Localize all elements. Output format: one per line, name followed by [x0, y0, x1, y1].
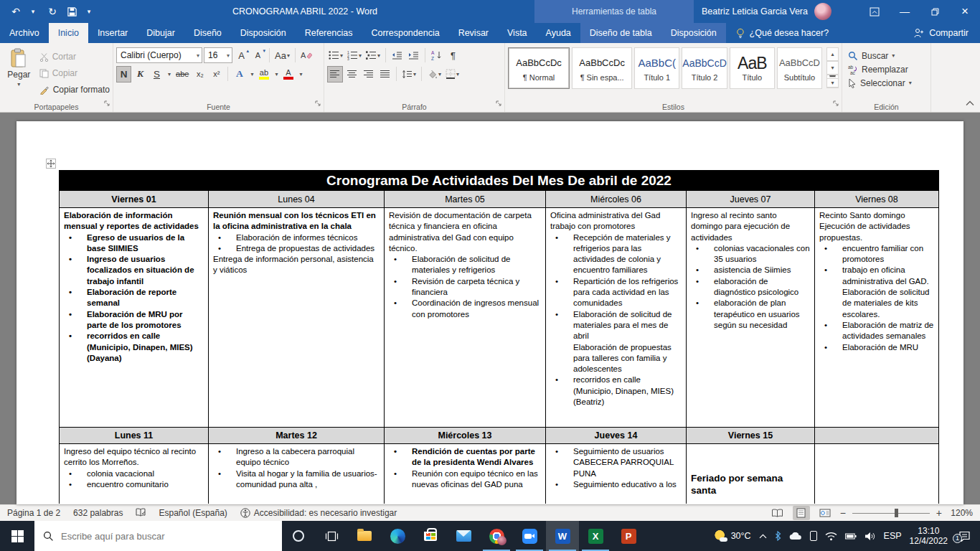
table-cell[interactable]: Ingreso al recinto santo domingo para ej…: [687, 208, 815, 428]
copy-button[interactable]: Copiar: [39, 67, 110, 80]
paragraph-dialog-launcher-icon[interactable]: [496, 97, 502, 110]
tab-disposicion-tabla[interactable]: Disposición: [661, 23, 726, 43]
font-color-dropdown-icon[interactable]: ▾: [297, 66, 303, 82]
search-input[interactable]: [61, 531, 248, 542]
styles-scroll-down-icon[interactable]: ▾: [826, 61, 839, 75]
style-titulo-1[interactable]: AaBbC( Título 1: [634, 47, 679, 89]
start-button[interactable]: [0, 521, 34, 551]
powerpoint-button[interactable]: P: [612, 521, 645, 551]
accessibility-status[interactable]: Accesibilidad: es necesario investigar: [240, 508, 397, 518]
underline-button[interactable]: S: [149, 66, 164, 83]
header-martes-05[interactable]: Martes 05: [385, 191, 546, 208]
tab-diseno[interactable]: Diseño: [184, 23, 231, 43]
undo-dropdown-icon[interactable]: ▾: [24, 2, 42, 21]
web-layout-button[interactable]: [816, 506, 834, 520]
shading-button[interactable]: ▾: [425, 66, 443, 82]
zoom-app-button[interactable]: [513, 521, 546, 551]
strikethrough-button[interactable]: abe: [174, 66, 191, 83]
underline-dropdown-icon[interactable]: ▾: [166, 66, 172, 82]
microsoft-store-button[interactable]: [414, 521, 447, 551]
tab-ayuda[interactable]: Ayuda: [537, 23, 580, 43]
tab-diseno-de-tabla[interactable]: Diseño de tabla: [580, 23, 661, 43]
font-name-combobox[interactable]: Calibri (Cuerpo) ▾: [116, 47, 202, 63]
paste-button[interactable]: Pegar ▾: [3, 46, 35, 100]
header-viernes-15[interactable]: Viernes 15: [687, 428, 815, 444]
header-viernes-08[interactable]: Viernes 08: [815, 191, 939, 208]
document-page[interactable]: Cronograma De Actividades Del Mes De abr…: [17, 121, 963, 504]
style-normal[interactable]: AaBbCcDc ¶ Normal: [508, 47, 570, 89]
header-lunes-11[interactable]: Lunes 11: [60, 428, 209, 444]
format-painter-button[interactable]: Copiar formato: [39, 83, 110, 96]
header-miercoles-06[interactable]: Miércoles 06: [546, 191, 687, 208]
excel-button[interactable]: X: [579, 521, 612, 551]
undo-icon[interactable]: ↶: [7, 2, 24, 21]
page-indicator[interactable]: Página 1 de 2: [7, 508, 60, 518]
customize-qat-icon[interactable]: ▾: [80, 2, 98, 21]
align-left-button[interactable]: [327, 66, 343, 83]
table-cell[interactable]: Oficina administrativa del Gad trabajo c…: [546, 208, 687, 428]
table-move-handle-icon[interactable]: [46, 159, 56, 171]
share-button[interactable]: Compartir: [914, 23, 980, 43]
bluetooth-button[interactable]: [775, 531, 781, 541]
ribbon-display-options-icon[interactable]: [859, 0, 890, 23]
tab-vista[interactable]: Vista: [498, 23, 537, 43]
table-cell[interactable]: Seguimiento de usuarios CABECERA PARROQU…: [546, 444, 687, 504]
zoom-in-button[interactable]: +: [936, 507, 942, 519]
style-titulo-2[interactable]: AaBbCcD Título 2: [682, 47, 727, 89]
change-case-button[interactable]: Aa▾: [273, 47, 291, 63]
avatar[interactable]: [814, 3, 831, 20]
decrease-indent-button[interactable]: [390, 47, 405, 63]
show-paragraph-marks-button[interactable]: ¶: [446, 47, 461, 63]
table-cell[interactable]: Feriado por semana santa: [687, 444, 815, 504]
keyboard-language[interactable]: ESP: [884, 531, 902, 541]
tab-correspondencia[interactable]: Correspondencia: [362, 23, 448, 43]
clear-formatting-button[interactable]: A: [299, 47, 314, 63]
subscript-button[interactable]: x₂: [192, 66, 207, 83]
read-mode-button[interactable]: [769, 506, 786, 520]
styles-more-icon[interactable]: ▾: [826, 75, 839, 88]
table-cell[interactable]: Elaboración de información mensual y rep…: [60, 208, 209, 428]
tab-dibujar[interactable]: Dibujar: [137, 23, 184, 43]
highlight-dropdown-icon[interactable]: ▾: [273, 66, 279, 82]
header-jueves-14[interactable]: Jueves 14: [546, 428, 687, 444]
clipboard-dialog-launcher-icon[interactable]: [104, 97, 110, 110]
table-cell[interactable]: Revisión de documentación de carpeta téc…: [385, 208, 546, 428]
header-viernes-01[interactable]: Viernes 01: [60, 191, 209, 208]
header-jueves-07[interactable]: Jueves 07: [687, 191, 815, 208]
font-size-combobox[interactable]: 16 ▾: [204, 47, 232, 63]
line-spacing-button[interactable]: ▾: [400, 66, 418, 82]
table-cell[interactable]: Recinto Santo domingo Ejecución de activ…: [815, 208, 939, 428]
header-lunes-04[interactable]: Lunes 04: [209, 191, 385, 208]
header-miercoles-13[interactable]: Miércoles 13: [385, 428, 546, 444]
table-title-banner[interactable]: Cronograma De Actividades Del Mes De abr…: [59, 170, 939, 191]
tab-insertar[interactable]: Insertar: [88, 23, 137, 43]
tell-me-box[interactable]: ¿Qué desea hacer?: [726, 23, 839, 43]
style-titulo[interactable]: AaB Título: [730, 47, 775, 89]
style-subtitulo[interactable]: AaBbCcD Subtítulo: [777, 47, 822, 89]
italic-button[interactable]: K: [133, 66, 148, 83]
style-sin-espaciado[interactable]: AaBbCcDc ¶ Sin espa...: [572, 47, 632, 89]
cut-button[interactable]: Cortar: [39, 50, 110, 63]
tab-revisar[interactable]: Revisar: [449, 23, 498, 43]
bullets-button[interactable]: ▾: [327, 47, 344, 63]
print-layout-button[interactable]: [793, 506, 810, 520]
collapse-ribbon-icon[interactable]: [966, 96, 974, 109]
file-explorer-button[interactable]: [348, 521, 381, 551]
select-button[interactable]: Seleccionar ▾: [848, 76, 928, 90]
find-button[interactable]: Buscar ▾: [848, 49, 928, 62]
table-cell[interactable]: [815, 444, 939, 504]
text-effects-dropdown-icon[interactable]: ▾: [248, 66, 255, 82]
edge-button[interactable]: [381, 521, 414, 551]
header-empty[interactable]: [815, 428, 939, 444]
table-cell[interactable]: Rendición de cuentas por parte de la pre…: [385, 444, 546, 504]
align-center-button[interactable]: [344, 66, 359, 83]
header-martes-12[interactable]: Martes 12: [209, 428, 385, 444]
highlight-button[interactable]: ab: [256, 66, 271, 83]
task-view-button[interactable]: [315, 521, 348, 551]
action-center-button[interactable]: 1: [956, 531, 973, 542]
table-cell[interactable]: Reunión mensual con los técnicos ETI en …: [209, 208, 385, 428]
mail-button[interactable]: [447, 521, 480, 551]
grow-font-button[interactable]: A▴: [234, 47, 249, 63]
zoom-slider-handle[interactable]: [895, 509, 898, 517]
save-icon[interactable]: [63, 2, 80, 21]
